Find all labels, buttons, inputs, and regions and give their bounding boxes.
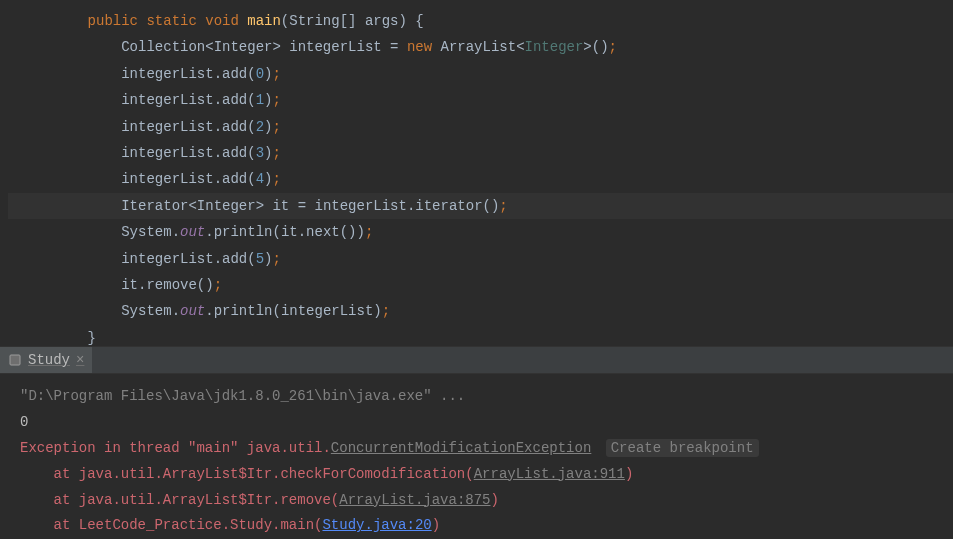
code-token: > <box>272 39 289 55</box>
code-token: integerList.add <box>121 119 247 135</box>
console-line: Exception in thread "main" java.util.Con… <box>20 436 933 462</box>
stdout-output: 0 <box>20 414 28 430</box>
console-line: at java.util.ArrayList$Itr.remove(ArrayL… <box>20 488 933 514</box>
code-token: it <box>272 198 297 214</box>
code-token: ; <box>272 145 280 161</box>
code-token: args <box>365 13 399 29</box>
code-token: 2 <box>256 119 264 135</box>
code-token: integerList.iterator <box>315 198 483 214</box>
svg-rect-0 <box>10 355 20 365</box>
code-token: Integer <box>525 39 584 55</box>
code-token: = <box>390 39 407 55</box>
exception-prefix: Exception in thread "main" <box>20 440 247 456</box>
run-tab-label: Study <box>28 349 70 371</box>
code-token: ; <box>272 66 280 82</box>
code-token: integerList.add <box>121 171 247 187</box>
console-line: at LeetCode_Practice.Study.main(Study.ja… <box>20 513 933 539</box>
code-token: it.remove <box>121 277 197 293</box>
code-token: ( <box>272 303 280 319</box>
code-token: ; <box>272 92 280 108</box>
code-token: System. <box>121 303 180 319</box>
code-token: ( <box>247 251 255 267</box>
code-line[interactable]: Collection<Integer> integerList = new Ar… <box>8 34 953 60</box>
console-line: "D:\Program Files\Java\jdk1.8.0_261\bin\… <box>20 384 933 410</box>
source-link[interactable]: Study.java:20 <box>322 517 431 533</box>
run-tab-bar: Study × <box>0 346 953 374</box>
code-token: Integer <box>214 39 273 55</box>
code-token: () <box>197 277 214 293</box>
code-token: Integer <box>197 198 256 214</box>
code-token: < <box>516 39 524 55</box>
code-line[interactable]: } <box>8 325 953 346</box>
code-editor[interactable]: public static void main(String[] args) {… <box>0 0 953 346</box>
code-token: ( <box>247 119 255 135</box>
code-token: ( <box>281 13 289 29</box>
code-token: out <box>180 224 205 240</box>
code-token: integerList.add <box>121 92 247 108</box>
code-line[interactable]: integerList.add(0); <box>8 61 953 87</box>
source-link[interactable]: ArrayList.java:911 <box>474 466 625 482</box>
code-token: .println <box>205 303 272 319</box>
code-token: integerList.add <box>121 251 247 267</box>
code-line[interactable]: integerList.add(4); <box>8 166 953 192</box>
code-token: ( <box>272 224 280 240</box>
code-token: Collection <box>121 39 205 55</box>
code-line[interactable]: it.remove(); <box>8 272 953 298</box>
code-token: ( <box>247 66 255 82</box>
code-token: ; <box>609 39 617 55</box>
code-token: ; <box>382 303 390 319</box>
code-token: ( <box>247 92 255 108</box>
code-token: ; <box>272 171 280 187</box>
code-token: integerList <box>289 39 390 55</box>
run-config-icon <box>8 353 22 367</box>
code-token: < <box>205 39 213 55</box>
code-token: integerList <box>281 303 373 319</box>
code-token: ; <box>272 119 280 135</box>
run-console[interactable]: "D:\Program Files\Java\jdk1.8.0_261\bin\… <box>0 374 953 539</box>
code-token: 5 <box>256 251 264 267</box>
code-token: 4 <box>256 171 264 187</box>
code-line[interactable]: integerList.add(2); <box>8 114 953 140</box>
code-line[interactable]: integerList.add(1); <box>8 87 953 113</box>
code-token: >() <box>583 39 608 55</box>
close-icon[interactable]: × <box>76 349 84 371</box>
code-token: ; <box>272 251 280 267</box>
code-token: .println <box>205 224 272 240</box>
code-token: ( <box>247 171 255 187</box>
code-token: () <box>483 198 500 214</box>
code-token: Iterator <box>121 198 188 214</box>
source-link[interactable]: ArrayList.java:875 <box>339 492 490 508</box>
exception-class-link[interactable]: ConcurrentModificationException <box>331 440 591 456</box>
stack-location: java.util.ArrayList$Itr.checkForComodifi… <box>79 466 465 482</box>
command-line: "D:\Program Files\Java\jdk1.8.0_261\bin\… <box>20 388 465 404</box>
code-token: ) <box>399 13 416 29</box>
code-token: integerList.add <box>121 145 247 161</box>
code-line[interactable]: Iterator<Integer> it = integerList.itera… <box>8 193 953 219</box>
code-token: static <box>146 13 205 29</box>
code-token: 3 <box>256 145 264 161</box>
code-token: out <box>180 303 205 319</box>
code-token: ( <box>247 145 255 161</box>
code-token: [] <box>340 13 365 29</box>
code-token: String <box>289 13 339 29</box>
code-token: } <box>88 330 96 346</box>
code-token: public <box>88 13 147 29</box>
code-line[interactable]: public static void main(String[] args) { <box>8 8 953 34</box>
run-tab-study[interactable]: Study × <box>0 347 92 373</box>
code-token: void <box>205 13 247 29</box>
code-line[interactable]: integerList.add(5); <box>8 246 953 272</box>
code-line[interactable]: System.out.println(it.next()); <box>8 219 953 245</box>
code-line[interactable]: integerList.add(3); <box>8 140 953 166</box>
code-token: main <box>247 13 281 29</box>
code-token: { <box>415 13 423 29</box>
code-token: integerList.add <box>121 66 247 82</box>
code-token: ; <box>499 198 507 214</box>
code-token: ArrayList <box>441 39 517 55</box>
code-token: it.next <box>281 224 340 240</box>
code-token: 1 <box>256 92 264 108</box>
code-token: < <box>188 198 196 214</box>
code-token: System. <box>121 224 180 240</box>
code-line[interactable]: System.out.println(integerList); <box>8 298 953 324</box>
create-breakpoint-button[interactable]: Create breakpoint <box>606 439 759 457</box>
code-token: ; <box>214 277 222 293</box>
